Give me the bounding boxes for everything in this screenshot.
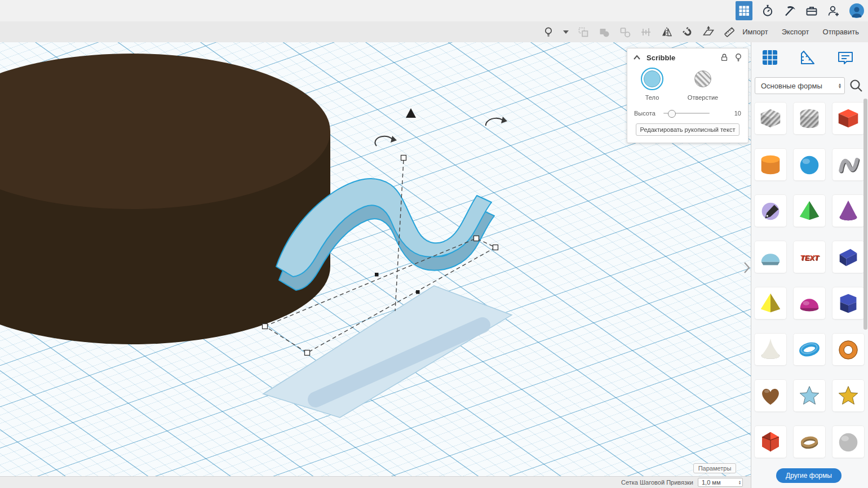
edge-handle[interactable] xyxy=(375,273,379,277)
shape-tile-pyramid[interactable] xyxy=(793,194,826,227)
flip-icon[interactable] xyxy=(661,26,673,38)
ungroup-icon[interactable] xyxy=(619,26,631,38)
ruler-icon[interactable] xyxy=(723,26,736,38)
category-select[interactable]: Основные формы ▴▾ xyxy=(755,77,845,94)
shape-tile-cylinder-hole[interactable] xyxy=(793,102,826,135)
shape-tile-pyramid-2[interactable] xyxy=(754,287,787,320)
lock-icon[interactable] xyxy=(720,53,729,62)
shape-tile-box-hole[interactable] xyxy=(754,102,787,135)
viewport-3d[interactable]: Scribble Тело xyxy=(0,42,751,488)
export-button[interactable]: Экспорт xyxy=(776,24,815,39)
height-value: 10 xyxy=(734,110,741,117)
bulb-icon[interactable] xyxy=(542,26,555,38)
pickaxe-icon[interactable] xyxy=(783,4,796,17)
parameters-button[interactable]: Параметры xyxy=(693,463,736,473)
hole-option[interactable]: Отверстие xyxy=(688,68,718,101)
send-button[interactable]: Отправить xyxy=(817,24,865,39)
select-caret-icon: ▴▾ xyxy=(839,83,841,88)
bulb-icon[interactable] xyxy=(734,53,742,62)
hole-label: Отверстие xyxy=(688,94,718,101)
inspector-title: Scribble xyxy=(646,54,714,62)
solid-option[interactable]: Тело xyxy=(637,68,667,101)
height-handle[interactable] xyxy=(401,156,406,161)
action-toolbar: Импорт Экспорт Отправить xyxy=(0,21,868,43)
solid-swatch xyxy=(644,70,661,87)
shape-tile-star-2[interactable] xyxy=(832,379,865,412)
edit-scribble-button[interactable]: Редактировать рукописный текст xyxy=(636,123,739,136)
shape-grid-icon xyxy=(760,48,780,67)
hole-swatch xyxy=(694,70,711,87)
import-button[interactable]: Импорт xyxy=(737,24,773,39)
panel-collapse-chevron[interactable] xyxy=(743,261,751,274)
category-value: Основные формы xyxy=(761,82,822,90)
workplane-icon[interactable] xyxy=(702,26,715,38)
shape-tile-cone[interactable] xyxy=(832,194,865,227)
magnet-icon[interactable] xyxy=(681,26,694,38)
rotate-handle[interactable] xyxy=(486,117,507,126)
caret-down-icon[interactable] xyxy=(563,30,569,34)
scale-handle[interactable] xyxy=(493,245,498,250)
shapes-panel: Основные формы ▴▾ TEXT TEXT Другие формы xyxy=(751,42,868,488)
solid-label: Тело xyxy=(645,94,659,101)
notes-tool-button[interactable] xyxy=(835,47,856,68)
briefcase-icon[interactable] xyxy=(805,4,818,17)
shape-tile-polygon[interactable] xyxy=(832,287,865,320)
group-icon[interactable] xyxy=(598,26,610,38)
panel-scrollbar[interactable] xyxy=(863,99,867,482)
shape-tile-paraboloid[interactable] xyxy=(754,333,787,366)
scale-handle[interactable] xyxy=(263,324,268,329)
height-slider-knob[interactable] xyxy=(668,110,676,118)
shape-tile-ring[interactable] xyxy=(793,425,826,458)
shape-tile-tube[interactable] xyxy=(832,333,865,366)
shape-tile-extrusion[interactable] xyxy=(754,194,787,227)
height-slider[interactable] xyxy=(663,113,710,114)
shape-tile-wedge[interactable] xyxy=(832,241,865,273)
height-label: Высота xyxy=(634,110,663,117)
shape-tile-cylinder[interactable] xyxy=(754,148,787,181)
shape-tile-text[interactable]: TEXT TEXT xyxy=(793,241,826,273)
duplicate-icon[interactable] xyxy=(577,26,590,38)
more-shapes-button[interactable]: Другие формы xyxy=(776,468,842,483)
app-window: Импорт Экспорт Отправить xyxy=(0,0,868,488)
shape-tile-star[interactable] xyxy=(793,379,826,412)
edge-handle[interactable] xyxy=(416,290,420,294)
scale-handle[interactable] xyxy=(305,351,310,356)
snap-grid-label: Сетка Шаговой Привязки xyxy=(621,479,693,486)
shapes-library-button[interactable] xyxy=(759,47,781,68)
shape-tile-torus[interactable] xyxy=(793,333,826,366)
shape-tile-half-sphere[interactable] xyxy=(793,287,826,320)
ruler-tool-button[interactable] xyxy=(797,47,818,68)
align-icon[interactable] xyxy=(640,26,652,38)
cylinder-object[interactable] xyxy=(0,54,330,344)
svg-text:TEXT: TEXT xyxy=(800,254,819,262)
person-add-icon[interactable] xyxy=(827,4,840,17)
scale-handle[interactable] xyxy=(474,236,479,241)
stopwatch-icon[interactable] xyxy=(761,4,774,17)
snap-grid-value: 1,0 мм xyxy=(702,479,720,486)
select-caret-icon: ▴▾ xyxy=(739,480,742,485)
avatar[interactable] xyxy=(849,3,865,19)
notes-icon xyxy=(836,48,855,67)
collapse-chevron-icon[interactable] xyxy=(633,55,641,60)
search-icon[interactable] xyxy=(848,78,864,94)
raise-handle[interactable] xyxy=(406,108,416,118)
shape-tile-sphere-2[interactable] xyxy=(832,425,865,458)
panel-scrollbar-thumb[interactable] xyxy=(863,99,867,330)
shape-tile-box[interactable] xyxy=(832,102,865,135)
statusbar: Сетка Шаговой Привязки 1,0 мм ▴▾ xyxy=(0,476,751,488)
ruler-tool-icon xyxy=(798,48,817,67)
shapes-grid: TEXT TEXT xyxy=(754,102,865,458)
shape-tile-icosahedron[interactable] xyxy=(754,425,787,458)
topbar xyxy=(0,0,868,22)
rotate-handle[interactable] xyxy=(375,136,397,146)
shape-tile-scribble[interactable] xyxy=(832,148,865,181)
blocks-icon xyxy=(737,4,751,17)
shape-tile-heart[interactable] xyxy=(754,379,787,412)
shape-inspector: Scribble Тело xyxy=(627,48,749,143)
blocks-button[interactable] xyxy=(736,1,752,20)
snap-grid-select[interactable]: 1,0 мм ▴▾ xyxy=(698,478,743,487)
shape-tile-round-roof[interactable] xyxy=(754,241,787,273)
shape-tile-sphere[interactable] xyxy=(793,148,826,181)
